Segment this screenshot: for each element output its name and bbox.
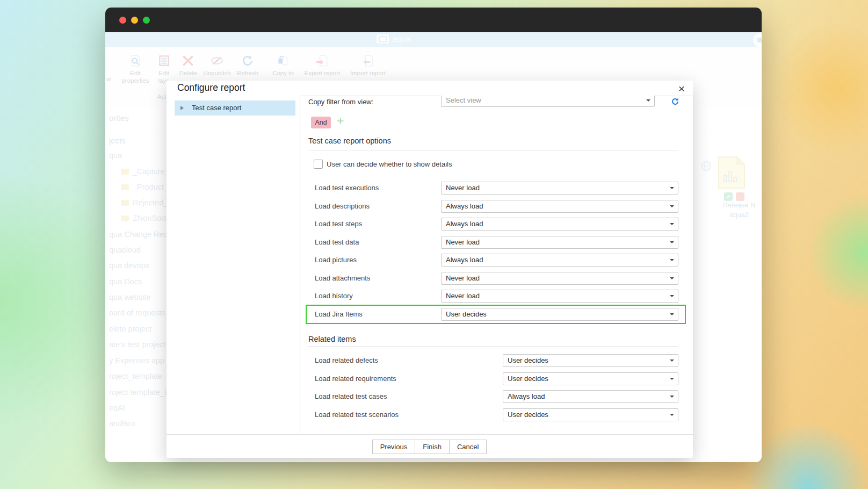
dialog-content: Copy filter from view: Select view And +… xyxy=(300,96,693,434)
section-divider xyxy=(308,346,678,347)
finish-button[interactable]: Finish xyxy=(415,440,450,454)
traffic-close-button[interactable] xyxy=(119,17,126,24)
option-row-label: Load Jira Items xyxy=(315,310,363,318)
nav-item-label: Test case report xyxy=(192,100,242,116)
related-section-heading: Related items xyxy=(308,335,356,343)
option-row-label: Load test executions xyxy=(315,184,379,192)
chevron-down-icon xyxy=(670,414,674,416)
load-related-defects-dropdown[interactable]: User decides xyxy=(503,354,678,367)
filter-operator-badge[interactable]: And xyxy=(311,117,331,128)
add-filter-icon[interactable]: + xyxy=(337,114,344,128)
load-attachments-dropdown[interactable]: Never load xyxy=(441,272,678,285)
load-descriptions-dropdown[interactable]: Always load xyxy=(441,200,678,213)
load-test-steps-dropdown[interactable]: Always load xyxy=(441,218,678,231)
load-test-executions-dropdown[interactable]: Never load xyxy=(441,182,678,195)
cancel-button[interactable]: Cancel xyxy=(449,440,487,454)
load-pictures-dropdown[interactable]: Always load xyxy=(441,254,678,267)
related-row-label: Load related defects xyxy=(315,356,378,364)
chevron-down-icon xyxy=(670,223,674,225)
close-icon[interactable]: × xyxy=(675,82,689,96)
chevron-down-icon xyxy=(670,277,674,279)
related-row-label: Load related test cases xyxy=(315,392,387,400)
option-row-label: Load test steps xyxy=(315,220,362,228)
chevron-down-icon xyxy=(670,259,674,261)
load-jira-items-dropdown[interactable]: User decides xyxy=(441,308,678,321)
chevron-down-icon xyxy=(670,395,674,398)
load-related-test-scenarios-dropdown[interactable]: User decides xyxy=(503,408,678,421)
show-details-label: User can decide whether to show details xyxy=(327,160,452,168)
traffic-minimize-button[interactable] xyxy=(131,17,138,24)
chevron-down-icon xyxy=(670,205,674,207)
load-related-test-cases-dropdown[interactable]: Always load xyxy=(503,390,678,403)
load-history-dropdown[interactable]: Never load xyxy=(441,290,678,303)
load-related-requirements-dropdown[interactable]: User decides xyxy=(503,372,678,385)
traffic-zoom-button[interactable] xyxy=(143,17,150,24)
chevron-down-icon xyxy=(670,378,674,380)
option-row-label: Load test data xyxy=(315,238,359,246)
dialog-title: Configure report xyxy=(177,82,245,94)
options-section-heading: Test case report options xyxy=(308,136,391,145)
chevron-down-icon xyxy=(670,241,674,243)
dialog-nav-panel: Test case report xyxy=(167,96,300,434)
configure-report-dialog: Configure report × Test case report Copy… xyxy=(167,81,693,458)
related-row-label: Load related test scenarios xyxy=(315,411,399,419)
load-test-data-dropdown[interactable]: Never load xyxy=(441,236,678,249)
select-view-dropdown[interactable]: Select view xyxy=(441,96,655,107)
chevron-down-icon xyxy=(646,99,650,102)
option-row-label: Load history xyxy=(315,292,353,300)
refresh-views-icon[interactable] xyxy=(671,97,679,106)
tree-expand-icon[interactable] xyxy=(180,106,184,110)
previous-button[interactable]: Previous xyxy=(372,440,416,454)
chevron-down-icon xyxy=(670,313,674,315)
chevron-down-icon xyxy=(670,187,674,189)
chevron-down-icon xyxy=(670,295,674,297)
window-titlebar[interactable] xyxy=(105,8,762,32)
option-row-label: Load descriptions xyxy=(315,202,370,210)
copy-filter-label: Copy filter from view: xyxy=(308,98,373,106)
section-divider xyxy=(308,150,678,150)
show-details-checkbox[interactable] xyxy=(314,160,323,169)
option-row-label: Load pictures xyxy=(315,256,357,264)
related-row-label: Load related requirements xyxy=(315,375,396,383)
chevron-down-icon xyxy=(670,359,674,362)
dialog-footer-divider xyxy=(167,434,693,435)
dialog-footer: Previous Finish Cancel xyxy=(167,440,693,454)
option-row-label: Load attachments xyxy=(315,274,370,282)
nav-item-test-case-report[interactable]: Test case report xyxy=(175,100,295,116)
